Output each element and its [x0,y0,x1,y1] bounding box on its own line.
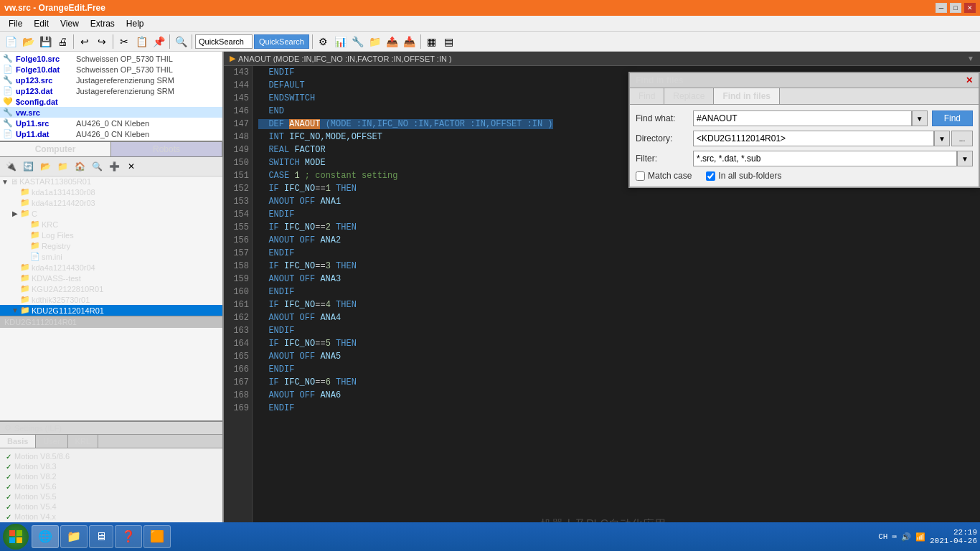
tree-filter-btn[interactable]: 🔍 [89,159,105,174]
find-what-input[interactable] [693,110,912,126]
tree-node[interactable]: 📁 KRC [0,219,222,230]
filter-input[interactable] [693,151,957,166]
all-subfolders-checkbox[interactable] [706,171,715,181]
editor-scroll-btn[interactable]: ▼ [967,55,974,62]
match-case-option[interactable]: Match case [636,171,692,181]
list-item[interactable]: 🔧 Up11.src AU426_0 CN Kleben [0,118,222,128]
save-button[interactable]: 💾 [37,34,53,50]
list-item[interactable]: ✓ Motion V5.5 [3,491,220,501]
menu-help[interactable]: Help [121,17,150,30]
file-icon: 💛 [3,97,13,106]
all-subfolders-option[interactable]: In all sub-folders [706,171,781,181]
tree-node[interactable]: 📁 kda4a1214420r03 [0,197,222,208]
tab-find-in-files[interactable]: Find in files [714,88,780,104]
maximize-button[interactable]: □ [950,3,961,13]
start-button[interactable] [3,524,29,550]
directory-browse[interactable]: ... [951,131,973,146]
tree-node[interactable]: 📁 KGU2A2122810R01 [0,283,222,294]
list-item[interactable]: 🔧 vw.src [0,107,222,118]
tab-find[interactable]: Find [630,88,664,104]
tb-view-1[interactable]: ▦ [424,34,440,50]
find-what-dropdown[interactable]: ▼ [912,110,928,126]
tree-nav-btn[interactable]: 🏠 [72,159,88,174]
menu-file[interactable]: File [3,17,28,30]
taskbar-app-screen[interactable]: 🖥 [89,525,113,548]
menu-edit[interactable]: Edit [28,17,55,30]
tree-node[interactable]: 📁 Log Files [0,230,222,240]
find-button[interactable]: 🔍 [173,34,189,50]
tb-btn-1[interactable]: ⚙ [316,34,331,50]
directory-dropdown[interactable]: ▼ [934,131,950,146]
menu-view[interactable]: View [55,17,85,30]
open-button[interactable]: 📂 [20,34,36,50]
menu-extras[interactable]: Extras [85,17,121,30]
tab-krl[interactable]: KRL [68,435,98,448]
tree-node[interactable]: 📁 kdthik325730r01 [0,294,222,305]
list-item[interactable]: 📄 up123.dat Justagereferenzierung SRM [0,85,222,96]
tree-add-btn[interactable]: ➕ [106,159,122,174]
quicksearch-input[interactable] [195,34,253,49]
taskbar-app-orange[interactable]: 🟧 [143,525,171,548]
list-item[interactable]: 📄 Folge10.dat Schweissen OP_5730 THIL [0,64,222,75]
tree-del-btn[interactable]: ✕ [123,159,139,174]
list-item[interactable]: 📄 Up11.dat AU426_0 CN Kleben [0,128,222,139]
tree-node[interactable]: 📄 sm.ini [0,251,222,262]
paste-button[interactable]: 📌 [151,34,166,50]
tb-btn-6[interactable]: 📥 [402,34,418,50]
check-icon: ✓ [6,473,11,481]
file-name: up123.dat [16,87,73,95]
list-item[interactable]: ✓ Motion V5.6 [3,481,220,491]
list-item[interactable]: 🔧 Folge10.src Schweissen OP_5730 THIL [0,53,222,64]
setting-label: Motion V8.3 [14,462,57,471]
node-label: KGU2A2122810R01 [32,285,103,293]
find-button[interactable]: Find [932,110,973,126]
quicksearch-button[interactable]: QuickSearch [254,34,309,49]
minimize-button[interactable]: ─ [936,3,947,13]
list-item[interactable]: ✓ Motion V8.3 [3,461,220,471]
tree-node[interactable]: 📁 Registry [0,240,222,251]
list-item[interactable]: ✓ Motion V8.5/8.6 [3,451,220,461]
node-label: Log Files [42,231,74,240]
list-item[interactable]: ✓ Motion V4.x [3,512,220,522]
tab-computer[interactable]: Computer [0,142,111,156]
tab-user[interactable]: User [36,435,67,448]
match-case-checkbox[interactable] [636,171,645,181]
node-label: KDU2G1112014R01 [32,306,104,315]
tb-btn-4[interactable]: 📁 [367,34,383,50]
new-button[interactable]: 📄 [3,34,19,50]
tab-replace[interactable]: Replace [664,88,714,104]
copy-button[interactable]: 📋 [133,34,149,50]
node-label: KDVASS--test [32,274,81,283]
list-item[interactable]: 🔧 up123.src Justagereferenzierung SRM [0,75,222,85]
tree-node[interactable]: 📁 kda4a1214430r04 [0,262,222,273]
tree-expand-btn[interactable]: 📂 [37,159,53,174]
close-button[interactable]: ✕ [964,3,976,13]
undo-button[interactable]: ↩ [77,34,93,50]
find-panel-close[interactable]: ✕ [966,75,973,85]
taskbar-app-chrome[interactable]: 🌐 [32,525,59,548]
tree-node[interactable]: ▶ 📁 C [0,208,222,219]
tb-btn-5[interactable]: 📤 [385,34,400,50]
list-item[interactable]: 💛 $config.dat [0,96,222,107]
taskbar-app-help[interactable]: ❓ [115,525,142,548]
tree-collapse-btn[interactable]: 📁 [55,159,70,174]
tree-node[interactable]: ▼ 📁 KDU2G1112014R01 [0,305,222,316]
taskbar-app-explorer[interactable]: 📁 [60,525,88,548]
tb-btn-3[interactable]: 🔧 [350,34,366,50]
tree-connect-btn[interactable]: 🔌 [3,159,19,174]
cut-button[interactable]: ✂ [116,34,132,50]
tb-view-2[interactable]: ▤ [441,34,457,50]
print-button[interactable]: 🖨 [55,34,70,50]
tree-node[interactable]: 📁 kda1a1314130r08 [0,187,222,197]
tree-refresh-btn[interactable]: 🔄 [20,159,36,174]
list-item[interactable]: ✓ Motion V5.4 [3,501,220,512]
tb-btn-2[interactable]: 📊 [333,34,349,50]
tab-basis[interactable]: Basis [0,435,36,448]
tab-robots[interactable]: Robots [111,142,222,156]
list-item[interactable]: ✓ Motion V8.2 [3,471,220,481]
redo-button[interactable]: ↪ [94,34,110,50]
tree-node[interactable]: ▼ 🖥 KASTAR113805R01 [0,176,222,187]
tree-node[interactable]: 📁 KDVASS--test [0,273,222,283]
directory-input[interactable] [693,131,934,146]
filter-dropdown[interactable]: ▼ [957,151,973,166]
